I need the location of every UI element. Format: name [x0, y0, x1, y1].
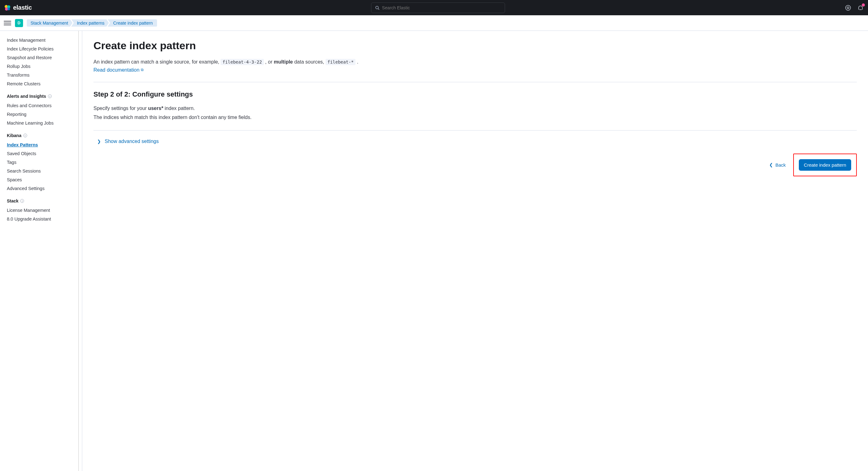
logo-area[interactable]: elastic — [4, 4, 32, 11]
step-title: Step 2 of 2: Configure settings — [93, 90, 857, 98]
sidebar-section-stack: Stack i — [7, 198, 82, 203]
sidebar-item-index-management[interactable]: Index Management — [7, 36, 82, 44]
search-icon — [375, 6, 379, 10]
main-content: Create index pattern An index pattern ca… — [82, 31, 868, 471]
breadcrumb-item[interactable]: Index patterns — [71, 19, 109, 27]
svg-point-4 — [376, 6, 378, 9]
advanced-toggle-label: Show advanced settings — [105, 138, 159, 144]
search-container — [32, 2, 844, 13]
intro-text: An index pattern can match a single sour… — [93, 59, 221, 64]
chevron-right-icon: ❯ — [97, 139, 101, 144]
breadcrumbs: Stack Management Index patterns Create i… — [27, 19, 157, 27]
sidebar-item-remote[interactable]: Remote Clusters — [7, 80, 82, 88]
actions-row: ❮ Back Create index pattern — [93, 154, 857, 176]
svg-line-5 — [378, 8, 379, 10]
sidebar-item-transforms[interactable]: Transforms — [7, 71, 82, 80]
sidebar-section-kibana: Kibana i — [7, 133, 82, 138]
search-box[interactable] — [371, 2, 505, 13]
intro-text: , or — [265, 59, 274, 64]
body-layout: Index Management Index Lifecycle Policie… — [0, 31, 868, 471]
sidebar-item-reporting[interactable]: Reporting — [7, 110, 82, 119]
help-icon[interactable] — [844, 4, 852, 11]
breadcrumb-item[interactable]: Stack Management — [27, 19, 72, 27]
back-label: Back — [775, 162, 786, 167]
sidebar-item-license[interactable]: License Management — [7, 206, 82, 215]
page-intro: An index pattern can match a single sour… — [93, 58, 857, 74]
chevron-left-icon: ❮ — [769, 162, 773, 167]
external-link-icon: ⧉ — [141, 67, 144, 73]
code-example: filebeat-4-3-22 — [221, 59, 264, 65]
intro-bold: multiple — [274, 59, 293, 64]
create-index-pattern-button[interactable]: Create index pattern — [799, 159, 851, 171]
info-icon[interactable]: i — [48, 94, 52, 98]
hamburger-menu-icon[interactable] — [4, 19, 11, 27]
intro-text: data sources, — [294, 59, 326, 64]
pattern-name-bold: users* — [148, 105, 163, 111]
code-example: filebeat-* — [326, 59, 355, 65]
back-button[interactable]: ❮ Back — [769, 162, 786, 167]
sidebar-item-search-sessions[interactable]: Search Sessions — [7, 167, 82, 176]
divider — [93, 82, 857, 82]
section-title-text: Kibana — [7, 133, 22, 138]
documentation-link[interactable]: Read documentation ⧉ — [93, 66, 144, 74]
sidebar-item-rules[interactable]: Rules and Connectors — [7, 101, 82, 110]
elastic-logo-icon — [4, 4, 11, 11]
doc-link-text: Read documentation — [93, 66, 140, 74]
brand-text: elastic — [13, 4, 32, 11]
no-time-fields-text: The indices which match this index patte… — [93, 113, 857, 122]
advanced-settings-toggle[interactable]: ❯ Show advanced settings — [97, 138, 159, 144]
header-actions — [844, 4, 864, 11]
section-title-text: Stack — [7, 198, 19, 203]
sidebar-item-index-patterns[interactable]: Index Patterns — [7, 140, 82, 149]
breadcrumb-item[interactable]: Create index pattern — [107, 19, 157, 27]
search-input[interactable] — [382, 5, 501, 10]
sidebar-item-tags[interactable]: Tags — [7, 158, 82, 167]
info-icon[interactable]: i — [20, 199, 24, 203]
sidebar-section-alerts: Alerts and Insights i — [7, 94, 82, 99]
sidebar-item-snapshot[interactable]: Snapshot and Restore — [7, 53, 82, 62]
divider — [93, 130, 857, 130]
highlight-annotation: Create index pattern — [793, 154, 857, 176]
specify-text: Specify settings for your users* index p… — [93, 104, 857, 113]
sidebar-item-advanced-settings[interactable]: Advanced Settings — [7, 184, 82, 193]
svg-point-3 — [7, 8, 10, 10]
intro-text: . — [357, 59, 358, 64]
info-icon[interactable]: i — [23, 134, 27, 137]
svg-point-6 — [845, 5, 850, 10]
sub-header: D Stack Management Index patterns Create… — [0, 15, 868, 31]
specify-suffix: index pattern. — [163, 105, 195, 111]
section-title-text: Alerts and Insights — [7, 94, 46, 99]
sidebar-item-rollup[interactable]: Rollup Jobs — [7, 62, 82, 71]
sidebar-item-ml[interactable]: Machine Learning Jobs — [7, 119, 82, 127]
sidebar-item-upgrade[interactable]: 8.0 Upgrade Assistant — [7, 215, 82, 223]
top-header: elastic — [0, 0, 868, 15]
svg-point-7 — [847, 7, 849, 9]
specify-prefix: Specify settings for your — [93, 105, 148, 111]
page-title: Create index pattern — [93, 39, 857, 52]
notification-dot — [862, 3, 865, 6]
sidebar-item-spaces[interactable]: Spaces — [7, 176, 82, 184]
sidebar-item-ilm[interactable]: Index Lifecycle Policies — [7, 44, 82, 53]
space-avatar[interactable]: D — [15, 19, 23, 27]
newsfeed-icon[interactable] — [857, 4, 864, 11]
sidebar: Index Management Index Lifecycle Policie… — [0, 31, 82, 471]
sidebar-item-saved-objects[interactable]: Saved Objects — [7, 149, 82, 158]
